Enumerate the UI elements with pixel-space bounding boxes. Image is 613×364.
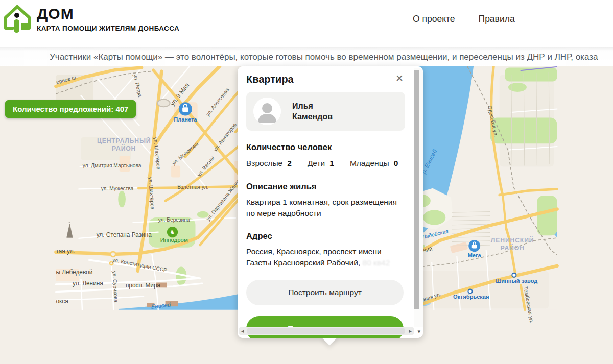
roundabout <box>111 252 116 257</box>
address-heading: Адрес <box>246 231 405 241</box>
street-label: ул. Мужества <box>101 186 134 191</box>
description-text: Квартира 1 комнатная, срок размещения по… <box>246 197 407 219</box>
address-hidden-part: 80 кв42 <box>363 258 390 267</box>
horizontal-scrollbar-thumb[interactable] <box>247 328 405 334</box>
close-icon[interactable]: ✕ <box>394 74 405 84</box>
main-nav: О проекте Правила <box>413 14 515 25</box>
poi-label: Планета <box>174 116 197 123</box>
offer-popup: Квартира ✕ Илья Камендов Количество чело… <box>238 66 423 338</box>
people-heading: Количество человек <box>246 142 405 152</box>
street-label: ул. Степана Разина <box>97 231 152 238</box>
children-label: Дети <box>308 159 325 168</box>
transit-stop-label: Шинный завод <box>496 278 537 284</box>
build-route-button[interactable]: Построить маршрут <box>246 280 404 305</box>
street-label: ул. Ленина <box>73 280 103 287</box>
street-label: Взлётная ул. <box>177 184 208 190</box>
street-label: ул. Дмитрия Мартынова <box>83 163 142 168</box>
district-label: ЦЕНТРАЛЬНЫЙ <box>97 137 151 144</box>
transit-stop-label: Октябрьская <box>453 294 489 300</box>
person-card[interactable]: Илья Камендов <box>246 92 405 131</box>
vertical-scrollbar-thumb[interactable] <box>414 70 419 309</box>
popup-title: Квартира <box>246 74 294 85</box>
address-text: Россия, Красноярск, проспект имени Газет… <box>246 246 407 269</box>
stadium-icon <box>157 100 170 107</box>
avatar <box>253 98 281 125</box>
person-name: Илья Камендов <box>292 101 333 122</box>
infants-count: 0 <box>394 159 398 168</box>
district-label: РАЙОН <box>501 244 525 252</box>
home-logo-icon <box>4 4 31 36</box>
street-label: ы Лебедевой <box>56 269 92 276</box>
adults-count: 2 <box>287 159 292 168</box>
scroll-left-icon[interactable]: ◂ <box>241 328 244 334</box>
scroll-right-icon[interactable]: ▸ <box>409 328 412 334</box>
street-label: ул. Березина <box>158 217 190 223</box>
nav-about-link[interactable]: О проекте <box>413 14 455 25</box>
district-label: РАЙОН <box>112 144 136 152</box>
district-label: ЛЕНИНСКИЙ <box>491 236 534 244</box>
poi-ippodrom-icon: ♞ <box>167 227 178 237</box>
popup-vertical-scrollbar[interactable] <box>414 68 423 327</box>
children-count: 1 <box>329 159 334 168</box>
infants-label: Младенцы <box>350 159 389 168</box>
street-label: просп. Мира <box>126 282 161 289</box>
nav-rules-link[interactable]: Правила <box>479 14 515 25</box>
brand-title: ДОМ <box>37 5 179 22</box>
header: ДОМ КАРТА ПОМОЩИ ЖИТЕЛЯМ ДОНБАССА О прое… <box>0 0 613 47</box>
scroll-down-icon[interactable]: ▾ <box>417 329 420 334</box>
poi-label-ippodrom: Ипподром <box>160 237 188 243</box>
street-label: окса <box>56 298 68 305</box>
offers-count-badge: Количество предложений: 407 <box>5 100 136 118</box>
description-heading: Описание жилья <box>246 182 405 191</box>
intro-strip: Участники «Карты помощи» — это волонтёры… <box>0 47 613 66</box>
address-visible-part: Россия, Красноярск, проспект имени Газет… <box>246 247 382 267</box>
people-counts-row: Взрослые 2 Дети 1 Младенцы 0 <box>246 159 405 168</box>
person-silhouette-icon <box>253 98 281 125</box>
adults-label: Взрослые <box>246 159 282 168</box>
page: ерное ш. ул. Петра ул. 9 Мая ул. Алексее… <box>0 0 613 364</box>
street-label: тая ул. <box>56 248 75 255</box>
brand-subtitle: КАРТА ПОМОЩИ ЖИТЕЛЯМ ДОНБАССА <box>37 25 179 32</box>
intro-text: Участники «Карты помощи» — это волонтёры… <box>0 47 613 62</box>
horse-icon: ♞ <box>170 229 175 235</box>
brand-logo[interactable]: ДОМ КАРТА ПОМОЩИ ЖИТЕЛЯМ ДОНБАССА <box>4 4 179 36</box>
person-first-name: Илья <box>292 101 333 111</box>
person-last-name: Камендов <box>292 111 333 122</box>
popup-horizontal-scrollbar[interactable]: ◂ ▸ <box>239 327 414 335</box>
poi-label: Мега <box>468 252 482 258</box>
